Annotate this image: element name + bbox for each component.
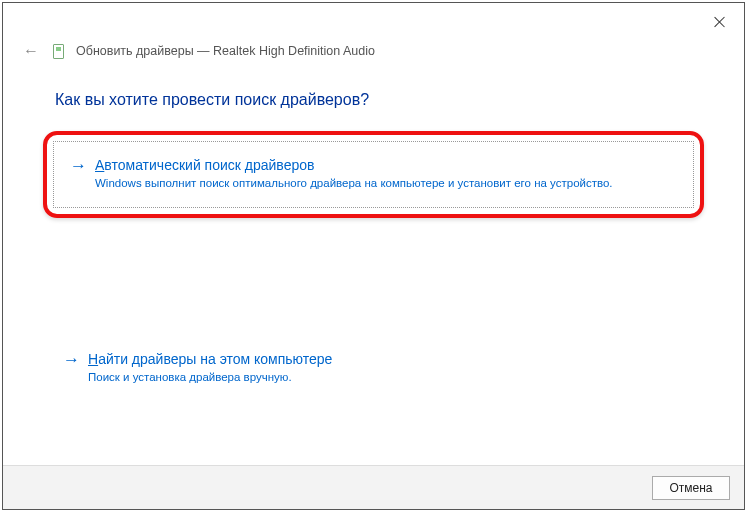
option-title-text: втоматический поиск драйверов <box>104 157 314 173</box>
arrow-right-icon: → <box>70 157 87 175</box>
titlebar <box>3 3 744 41</box>
dialog-header: ← Обновить драйверы — Realtek High Defin… <box>3 41 744 71</box>
device-icon <box>53 44 64 59</box>
dialog-title: Обновить драйверы — Realtek High Definit… <box>76 44 375 58</box>
option-desc: Windows выполнит поиск оптимального драй… <box>95 176 677 191</box>
option-title: Найти драйверы на этом компьютере <box>88 350 684 368</box>
option-auto-search[interactable]: → Автоматический поиск драйверов Windows… <box>53 141 694 208</box>
dialog-content: Как вы хотите провести поиск драйверов? … <box>3 71 744 401</box>
update-driver-dialog: ← Обновить драйверы — Realtek High Defin… <box>2 2 745 510</box>
option-desc: Поиск и установка драйвера вручную. <box>88 370 684 385</box>
cancel-button[interactable]: Отмена <box>652 476 730 500</box>
arrow-right-icon: → <box>63 351 80 369</box>
option-body: Найти драйверы на этом компьютере Поиск … <box>88 350 684 385</box>
back-arrow-icon[interactable]: ← <box>21 41 41 61</box>
option-browse-computer[interactable]: → Найти драйверы на этом компьютере Поис… <box>55 336 692 401</box>
option-hotkey: Н <box>88 351 98 367</box>
dialog-footer: Отмена <box>3 465 744 509</box>
question-heading: Как вы хотите провести поиск драйверов? <box>55 91 692 109</box>
option-title: Автоматический поиск драйверов <box>95 156 677 174</box>
option-title-text: айти драйверы на этом компьютере <box>98 351 332 367</box>
option-body: Автоматический поиск драйверов Windows в… <box>95 156 677 191</box>
option-hotkey: А <box>95 157 104 173</box>
highlight-frame: → Автоматический поиск драйверов Windows… <box>43 131 704 218</box>
spacer <box>55 218 692 336</box>
close-icon[interactable] <box>714 16 726 28</box>
